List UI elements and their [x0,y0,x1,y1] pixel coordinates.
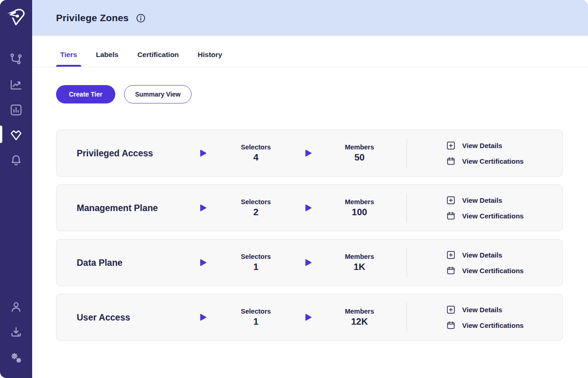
selectors-value: 1 [207,262,305,272]
view-certifications-label: View Certifications [462,267,524,275]
card-divider [407,193,407,223]
selectors-label: Selectors [207,143,305,151]
view-details-link[interactable]: View Details [446,141,524,150]
sidebar [0,0,32,378]
view-details-link[interactable]: View Details [446,250,524,260]
members-value: 100 [312,207,407,218]
plus-square-icon [446,250,456,260]
view-details-link[interactable]: View Details [446,195,524,205]
tab-history[interactable]: History [193,51,226,67]
info-icon[interactable] [136,13,146,23]
selectors-value: 4 [207,152,305,163]
sidebar-item-privilege-zones[interactable] [8,127,24,143]
sidebar-item-download[interactable] [8,325,24,340]
tab-labels[interactable]: Labels [92,51,123,67]
calendar-icon [446,321,456,330]
members-stat: Members 100 [312,198,407,218]
members-value: 1K [312,262,407,272]
user-icon [9,300,23,314]
summary-view-button[interactable]: Summary View [124,85,192,103]
sidebar-nav-bottom [8,299,24,378]
view-certifications-label: View Certifications [462,212,524,220]
tier-name: Management Plane [77,203,199,213]
sidebar-item-notifications[interactable] [8,153,24,168]
expand-selectors-icon[interactable] [199,149,207,157]
view-details-label: View Details [462,306,502,314]
plus-square-icon [446,141,456,150]
selectors-label: Selectors [207,198,305,206]
tier-name: Data Plane [77,258,199,268]
members-label: Members [312,308,407,315]
main-area: Privilege Zones Tiers Labels Certificati… [32,0,588,378]
sidebar-item-user[interactable] [8,299,24,315]
view-certifications-link[interactable]: View Certifications [446,211,524,221]
sidebar-item-topology[interactable] [8,52,24,67]
active-indicator [0,126,2,143]
trend-chart-icon [9,78,23,92]
tier-card-management-plane: Management Plane Selectors 2 Members 100 [56,184,563,231]
card-divider [407,138,407,168]
members-value: 50 [312,152,407,163]
page-header: Privilege Zones [32,0,588,36]
view-certifications-label: View Certifications [462,157,524,165]
expand-selectors-icon[interactable] [199,313,207,321]
view-certifications-link[interactable]: View Certifications [446,156,524,166]
card-actions: View Details View Certifications [446,195,524,221]
view-certifications-label: View Certifications [462,321,524,329]
tier-name: User Access [77,312,199,323]
content-area: Create Tier Summary View Privileged Acce… [32,67,588,341]
card-divider [407,303,407,332]
tier-list: Privileged Access Selectors 4 Members 50 [56,130,563,341]
bird-logo-icon [6,7,26,28]
view-certifications-link[interactable]: View Certifications [446,266,524,275]
settings-gears-icon [9,351,23,365]
bell-icon [9,154,23,167]
card-actions: View Details View Certifications [446,250,524,275]
sidebar-item-reports[interactable] [8,102,24,118]
sidebar-item-settings[interactable] [8,350,24,366]
create-tier-button[interactable]: Create Tier [56,85,115,103]
tab-tiers[interactable]: Tiers [56,51,81,67]
plus-square-icon [446,305,456,315]
selectors-stat: Selectors 1 [207,253,305,272]
download-icon [9,326,23,339]
selectors-label: Selectors [207,308,305,315]
members-value: 12K [312,316,407,327]
tab-certification[interactable]: Certification [133,51,183,67]
expand-members-icon[interactable] [305,204,312,212]
view-details-label: View Details [462,142,502,149]
card-divider [407,248,407,277]
selectors-stat: Selectors 1 [207,308,305,327]
bar-chart-icon [9,103,23,117]
sidebar-item-trends[interactable] [8,77,24,92]
members-label: Members [312,198,407,206]
gem-icon [9,128,23,142]
tier-name: Privileged Access [77,148,199,159]
selectors-stat: Selectors 4 [207,143,305,163]
view-certifications-link[interactable]: View Certifications [446,321,524,330]
expand-members-icon[interactable] [305,313,312,321]
calendar-icon [446,156,456,166]
selectors-value: 2 [207,207,305,218]
app-window: Privilege Zones Tiers Labels Certificati… [0,0,588,378]
expand-members-icon[interactable] [305,149,312,157]
tier-card-user-access: User Access Selectors 1 Members 12K [56,294,563,341]
view-details-link[interactable]: View Details [446,305,524,315]
view-details-label: View Details [462,251,502,259]
expand-selectors-icon[interactable] [199,204,207,212]
tier-card-data-plane: Data Plane Selectors 1 Members 1K [56,239,563,286]
members-stat: Members 50 [312,143,407,163]
members-stat: Members 1K [312,253,407,272]
app-logo[interactable] [6,7,26,28]
calendar-icon [446,266,456,275]
members-label: Members [312,253,407,260]
members-stat: Members 12K [312,308,407,327]
members-label: Members [312,143,407,151]
calendar-icon [446,211,456,221]
expand-selectors-icon[interactable] [199,258,207,267]
tab-bar: Tiers Labels Certification History [32,36,588,67]
selectors-stat: Selectors 2 [207,198,305,218]
view-details-label: View Details [462,196,502,204]
expand-members-icon[interactable] [305,258,312,267]
toolbar: Create Tier Summary View [56,85,563,103]
